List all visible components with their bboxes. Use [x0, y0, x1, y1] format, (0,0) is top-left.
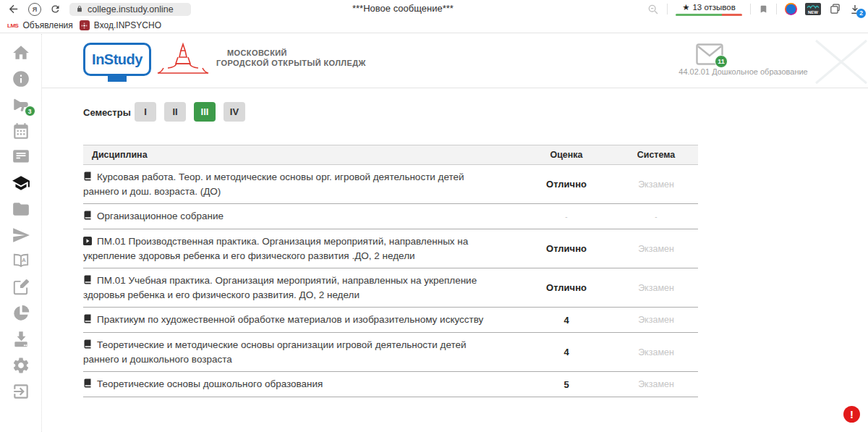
discipline-name: Практикум по художественной обработке ма… — [97, 314, 483, 325]
semester-button-II[interactable]: II — [164, 102, 186, 122]
edit-icon — [12, 278, 30, 297]
sidebar-item-stats[interactable] — [11, 304, 31, 323]
error-alert-icon[interactable]: ! — [843, 406, 860, 423]
grade-cell: Отлично — [519, 165, 614, 204]
sidebar-item-translate[interactable]: A — [11, 252, 31, 271]
grade-cell: Отлично — [519, 268, 614, 308]
discipline-cell: Курсовая работа. Теор. и методические ос… — [83, 165, 519, 204]
table-row: ПМ.01 Производственная практика. Организ… — [83, 229, 698, 268]
close-decor-icon[interactable] — [814, 39, 868, 85]
book-icon — [83, 313, 92, 327]
sidebar-item-calendar[interactable] — [11, 122, 31, 140]
svg-text:A: A — [22, 257, 26, 263]
discipline-name: ПМ.01 Учебная практика. Организация меро… — [83, 275, 477, 300]
browser-toolbar: Я college.instudy.online ***Новое сообще… — [0, 0, 868, 18]
semester-button-IV[interactable]: IV — [224, 102, 245, 122]
mail-count-badge: 11 — [715, 55, 728, 68]
grades-table-body: Курсовая работа. Теор. и методические ос… — [83, 165, 698, 397]
discipline-name: Курсовая работа. Теор. и методические ос… — [83, 171, 464, 197]
grades-table: Дисциплина Оценка Система Курсовая работ… — [83, 145, 698, 397]
logo-stand — [108, 76, 127, 82]
bookmarks-bar: LMS Объявления Вход.INPSYCHO — [0, 18, 868, 33]
download-icon[interactable]: 2 — [849, 4, 861, 15]
video-icon — [83, 235, 92, 249]
system-cell: Экзамен — [614, 229, 698, 268]
sidebar-item-home[interactable] — [11, 43, 31, 62]
discipline-name: Организационное собрание — [97, 211, 224, 221]
journal-icon — [12, 148, 30, 166]
settings-icon — [12, 356, 30, 375]
system-cell: Экзамен — [614, 268, 698, 308]
new-extension-icon[interactable]: NEW — [805, 3, 821, 15]
notification-badge: 3 — [25, 106, 35, 117]
sidebar-item-announcements[interactable]: 3 — [11, 96, 31, 114]
program-title: 44.02.01 Дошкольное образование — [673, 67, 814, 76]
sidebar-item-folder[interactable] — [11, 200, 31, 219]
lock-icon — [76, 5, 83, 13]
sidebar-item-logout[interactable] — [11, 382, 31, 401]
table-row: Организационное собрание-- — [83, 204, 698, 229]
downloads-count-badge: 2 — [856, 9, 866, 18]
discipline-cell: Теоретические и методические основы орга… — [83, 333, 519, 372]
book-icon — [83, 378, 92, 391]
instudy-logo[interactable]: InStudy — [83, 43, 151, 76]
column-grade: Оценка — [519, 145, 614, 165]
grades-icon — [12, 174, 30, 192]
grade-cell: Отлично — [519, 229, 614, 268]
address-bar[interactable]: college.instudy.online — [69, 3, 191, 16]
table-row: ПМ.01 Учебная практика. Организация меро… — [83, 268, 698, 308]
grade-cell: - — [519, 204, 614, 229]
grade-cell: 4 — [519, 308, 614, 333]
folder-icon — [12, 200, 30, 219]
system-cell: - — [614, 204, 698, 229]
college-name: МОСКОВСКИЙ ГОРОДСКОЙ ОТКРЫТЫЙ КОЛЛЕДЖ — [216, 48, 366, 68]
collections-icon[interactable] — [829, 3, 841, 15]
table-row: Курсовая работа. Теор. и методические ос… — [83, 165, 698, 204]
book-icon — [83, 171, 92, 185]
bookmark-icon[interactable] — [759, 4, 768, 14]
semester-buttons: IIIIIIIV — [135, 102, 245, 122]
toolbar-right: ★ 13 отзывов NEW 2 — [647, 2, 861, 16]
book-icon — [83, 210, 92, 224]
table-row: Теоретические основы дошкольного образов… — [83, 372, 698, 397]
extension-icon[interactable] — [785, 3, 797, 15]
profile-icon[interactable]: Я — [28, 3, 41, 16]
sidebar-item-info[interactable] — [11, 69, 31, 88]
system-cell: Экзамен — [614, 372, 698, 397]
divider — [776, 4, 777, 14]
column-discipline: Дисциплина — [83, 145, 519, 165]
info-icon — [12, 69, 30, 88]
star-icon: ★ — [682, 2, 689, 12]
table-row: Теоретические и методические основы орга… — [83, 333, 698, 372]
discipline-name: Теоретические основы дошкольного образов… — [97, 378, 323, 389]
semester-button-III[interactable]: III — [194, 102, 216, 122]
translate-icon: A — [12, 252, 30, 271]
semester-button-I[interactable]: I — [135, 102, 156, 122]
sidebar-item-settings[interactable] — [11, 356, 31, 375]
system-cell: Экзамен — [614, 333, 698, 372]
sidebar-item-send[interactable] — [11, 226, 31, 245]
calendar-icon — [12, 122, 30, 140]
sidebar-item-journal[interactable] — [11, 148, 31, 166]
discipline-cell: Организационное собрание — [83, 204, 519, 229]
sidebar-item-downloads[interactable] — [11, 330, 31, 349]
table-header-row: Дисциплина Оценка Система — [83, 145, 698, 165]
sidebar: 3A — [0, 34, 42, 432]
bookmark-inpsycho[interactable]: Вход.INPSYCHO — [80, 20, 161, 30]
zoom-icon[interactable] — [647, 4, 659, 15]
mail-icon[interactable]: 11 — [696, 43, 723, 65]
reviews-rating-bar — [676, 14, 742, 16]
discipline-cell: ПМ.01 Учебная практика. Организация меро… — [83, 268, 519, 308]
divider — [667, 4, 668, 14]
url-text: college.instudy.online — [88, 4, 174, 14]
send-icon — [12, 226, 30, 245]
sidebar-item-edit[interactable] — [11, 278, 31, 297]
bookmark-announcements[interactable]: LMS Объявления — [7, 20, 73, 30]
discipline-cell: Теоретические основы дошкольного образов… — [83, 372, 519, 397]
logout-icon — [12, 382, 30, 401]
back-icon[interactable] — [7, 3, 20, 15]
reviews-button[interactable]: ★ 13 отзывов — [676, 2, 742, 16]
refresh-icon[interactable] — [50, 4, 61, 14]
sidebar-item-grades[interactable] — [11, 174, 31, 192]
system-cell: Экзамен — [614, 308, 698, 333]
